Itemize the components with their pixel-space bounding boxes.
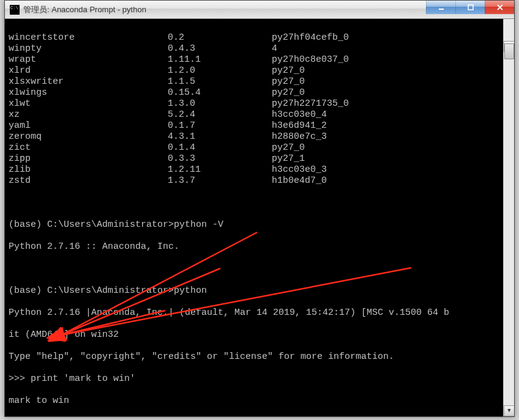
scrollbar[interactable]: ▲ ▼	[503, 19, 514, 416]
package-row: zict0.1.4py27_0	[9, 142, 510, 153]
package-version: 1.2.0	[168, 65, 272, 76]
package-version: 0.4.3	[168, 43, 272, 54]
close-icon	[496, 4, 504, 11]
scroll-down-button[interactable]: ▼	[504, 405, 514, 416]
svg-rect-0	[439, 9, 444, 10]
package-row: xlwings0.15.4py27_0	[9, 87, 510, 98]
package-name: wrapt	[9, 54, 168, 65]
package-build: py27h0c8e037_0	[272, 54, 349, 65]
package-version: 1.3.0	[168, 98, 272, 109]
package-row: xz5.2.4h3cc03e0_4	[9, 109, 510, 120]
package-row: zeromq4.3.1h2880e7c_3	[9, 131, 510, 142]
close-button[interactable]	[485, 1, 514, 14]
package-name: winpty	[9, 43, 168, 54]
package-name: xlwt	[9, 98, 168, 109]
output-line: it (AMD64)] on win32	[9, 330, 510, 341]
package-row: winpty0.4.34	[9, 43, 510, 54]
package-build: h2880e7c_3	[272, 131, 327, 142]
package-version: 0.1.4	[168, 142, 272, 153]
svg-rect-1	[468, 5, 473, 10]
package-version: 0.1.7	[168, 120, 272, 131]
package-row: zlib1.2.11h3cc03e0_3	[9, 164, 510, 175]
maximize-icon	[467, 4, 474, 11]
package-build: py27_0	[272, 87, 305, 98]
package-version: 0.2	[168, 32, 272, 43]
package-name: zict	[9, 142, 168, 153]
package-build: py27_0	[272, 65, 305, 76]
package-name: yaml	[9, 120, 168, 131]
package-version: 0.3.3	[168, 153, 272, 164]
cmd-icon	[10, 5, 20, 15]
package-build: h3cc03e0_4	[272, 109, 327, 120]
package-name: xlrd	[9, 65, 168, 76]
package-build: h3e6d941_2	[272, 120, 327, 131]
package-version: 1.11.1	[168, 54, 272, 65]
minimize-icon	[438, 4, 445, 11]
package-build: 4	[272, 43, 277, 54]
package-build: py27_1	[272, 153, 305, 164]
package-name: xlsxwriter	[9, 76, 168, 87]
package-version: 5.2.4	[168, 109, 272, 120]
package-row: xlwt1.3.0py27h2271735_0	[9, 98, 510, 109]
package-name: wincertstore	[9, 32, 168, 43]
package-name: xlwings	[9, 87, 168, 98]
scroll-thumb[interactable]	[504, 43, 514, 59]
package-list: wincertstore0.2py27hf04cefb_0winpty0.4.3…	[9, 32, 510, 186]
minimize-button[interactable]	[426, 1, 455, 14]
package-name: zeromq	[9, 131, 168, 142]
prompt-line: (base) C:\Users\Administrator>python -V	[9, 219, 510, 230]
package-build: py27_0	[272, 76, 305, 87]
package-name: zlib	[9, 164, 168, 175]
package-version: 0.15.4	[168, 87, 272, 98]
output-line: mark to win	[9, 396, 510, 407]
titlebar[interactable]: 管理员: Anaconda Prompt - python	[5, 1, 514, 19]
package-build: py27_0	[272, 142, 305, 153]
package-version: 1.1.5	[168, 76, 272, 87]
package-build: py27hf04cefb_0	[272, 32, 349, 43]
package-build: h1b0e4d7_0	[272, 175, 327, 186]
package-row: zstd1.3.7h1b0e4d7_0	[9, 175, 510, 186]
terminal-window: 管理员: Anaconda Prompt - python wincertsto…	[4, 0, 515, 417]
terminal-output[interactable]: wincertstore0.2py27hf04cefb_0winpty0.4.3…	[5, 19, 514, 416]
blank-line	[9, 197, 510, 208]
package-name: zipp	[9, 153, 168, 164]
blank-line	[9, 263, 510, 274]
repl-input-line: >>> print 'mark to win'	[9, 374, 510, 385]
window-controls	[426, 1, 514, 14]
package-row: yaml0.1.7h3e6d941_2	[9, 120, 510, 131]
package-row: xlsxwriter1.1.5py27_0	[9, 76, 510, 87]
package-build: h3cc03e0_3	[272, 164, 327, 175]
package-name: zstd	[9, 175, 168, 186]
package-row: wincertstore0.2py27hf04cefb_0	[9, 32, 510, 43]
package-name: xz	[9, 109, 168, 120]
output-line: Python 2.7.16 :: Anaconda, Inc.	[9, 241, 510, 252]
output-line: Python 2.7.16 |Anaconda, Inc.| (default,…	[9, 308, 510, 319]
package-row: xlrd1.2.0py27_0	[9, 65, 510, 76]
package-version: 1.3.7	[168, 175, 272, 186]
package-row: zipp0.3.3py27_1	[9, 153, 510, 164]
maximize-button[interactable]	[455, 1, 485, 14]
package-version: 1.2.11	[168, 164, 272, 175]
package-version: 4.3.1	[168, 131, 272, 142]
prompt-line: (base) C:\Users\Administrator>python	[9, 286, 510, 297]
package-build: py27h2271735_0	[272, 98, 349, 109]
output-line: Type "help", "copyright", "credits" or "…	[9, 352, 510, 363]
package-row: wrapt1.11.1py27h0c8e037_0	[9, 54, 510, 65]
